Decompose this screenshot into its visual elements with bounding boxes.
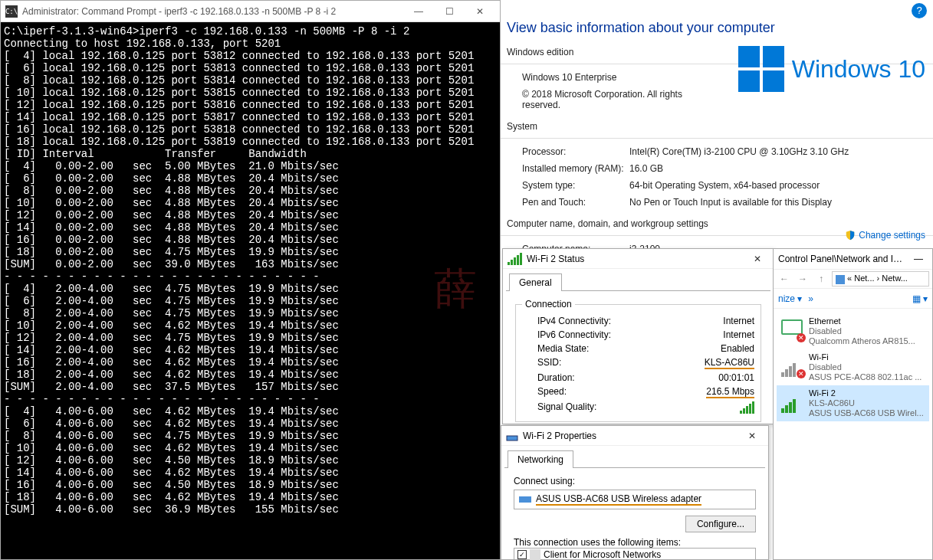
signal-icon: [508, 253, 522, 265]
ram-value: 16.0 GB: [629, 163, 933, 174]
help-icon[interactable]: ?: [912, 3, 927, 18]
adapter-icon: [519, 495, 531, 504]
windows10-text: Windows 10: [792, 55, 925, 84]
view-icon[interactable]: ▦ ▾: [912, 293, 928, 304]
pentouch-value: No Pen or Touch Input is available for t…: [629, 197, 933, 208]
speed-value: 216.5 Mbps: [706, 386, 754, 398]
cmd-icon: C:\: [5, 5, 18, 18]
speed-label: Speed:: [537, 386, 567, 398]
svg-rect-0: [507, 436, 517, 440]
shield-icon: [845, 230, 856, 241]
connect-using-label: Connect using:: [514, 476, 756, 486]
network-item-wifi2[interactable]: Wi-Fi 2 KLS-AC86U ASUS USB-AC68 USB Wire…: [777, 385, 929, 421]
wifi-status-title: Wi-Fi 2 Status: [527, 254, 746, 264]
path-box[interactable]: « Net... › Netw...: [832, 271, 929, 286]
system-info-panel: ? View basic information about your comp…: [501, 0, 933, 253]
minimize-button[interactable]: —: [909, 254, 928, 264]
signal-quality-icon: [740, 401, 754, 414]
item-client-ms: Client for Microsoft Networks: [544, 549, 661, 560]
change-settings-link[interactable]: Change settings: [845, 230, 925, 241]
net-device: ASUS USB-AC68 USB Wirel...: [809, 408, 924, 418]
cmd-titlebar[interactable]: C:\ Administrator: Command Prompt - iper…: [1, 1, 500, 22]
media-label: Media State:: [537, 343, 589, 354]
items-label: This connection uses the following items…: [514, 537, 756, 548]
wifi-icon: ✕: [780, 352, 804, 377]
network-item-ethernet[interactable]: ✕ Ethernet Disabled Qualcomm Atheros AR8…: [777, 313, 929, 349]
back-button[interactable]: ←: [777, 273, 792, 284]
explorer-toolbar[interactable]: nize ▾ » ▦ ▾: [774, 289, 932, 309]
net-status: KLS-AC86U: [809, 398, 924, 408]
pentouch-label: Pen and Touch:: [522, 197, 629, 208]
tab-general[interactable]: General: [509, 273, 562, 291]
ipv6-value: Internet: [723, 329, 754, 340]
net-device: Qualcomm Atheros AR815...: [809, 336, 915, 346]
net-name: Wi-Fi: [809, 352, 922, 362]
net-name: Wi-Fi 2: [809, 388, 924, 398]
watermark: 薛: [434, 283, 477, 295]
system-heading: View basic information about your comput…: [501, 0, 933, 47]
close-button[interactable]: ✕: [465, 2, 495, 21]
svg-rect-2: [530, 549, 540, 560]
explorer-title: Control Panel\Network and I…: [778, 254, 909, 264]
wifi-icon: [780, 388, 804, 413]
tab-networking[interactable]: Networking: [508, 450, 573, 468]
signal-label: Signal Quality:: [537, 401, 596, 414]
wifi-properties-dialog: Wi-Fi 2 Properties ✕ Networking Connect …: [501, 425, 769, 560]
network-list: ✕ Ethernet Disabled Qualcomm Atheros AR8…: [774, 309, 932, 426]
connection-legend: Connection: [522, 299, 575, 309]
connection-group: Connection IPv4 Connectivity:Internet IP…: [515, 299, 761, 422]
connection-items-list[interactable]: ✓ Client for Microsoft Networks: [514, 548, 756, 560]
media-value: Enabled: [721, 343, 754, 354]
command-prompt-window: C:\ Administrator: Command Prompt - iper…: [0, 0, 501, 560]
client-icon: [530, 549, 540, 560]
windows-logo: Windows 10: [738, 46, 925, 92]
up-button[interactable]: ↑: [813, 273, 829, 284]
ssid-value: KLS-AC86U: [705, 357, 754, 369]
windows-edition: Windows 10 Enterprise: [522, 72, 616, 83]
svg-rect-3: [836, 275, 845, 284]
network-item-wifi[interactable]: ✕ Wi-Fi Disabled ASUS PCE-AC88 802.11ac …: [777, 349, 929, 385]
copyright-text: © 2018 Microsoft Corporation. All rights…: [522, 89, 698, 110]
organize-menu[interactable]: nize ▾: [778, 293, 802, 304]
wifi-props-title: Wi-Fi 2 Properties: [523, 431, 741, 441]
systype-label: System type:: [522, 180, 629, 191]
cmd-output[interactable]: C:\iperf-3.1.3-win64>iperf3 -c 192.168.0…: [1, 22, 500, 559]
wifi-status-dialog: Wi-Fi 2 Status ✕ General Connection IPv4…: [502, 248, 774, 424]
ethernet-icon: ✕: [780, 316, 804, 341]
close-icon[interactable]: ✕: [746, 254, 769, 264]
ipv4-label: IPv4 Connectivity:: [537, 316, 611, 326]
ipv4-value: Internet: [723, 316, 754, 326]
duration-label: Duration:: [537, 372, 575, 383]
wifi-status-titlebar[interactable]: Wi-Fi 2 Status ✕: [503, 249, 774, 269]
close-icon[interactable]: ✕: [741, 431, 764, 441]
svg-rect-1: [519, 496, 531, 503]
ipv6-label: IPv6 Connectivity:: [537, 329, 611, 340]
net-status: Disabled: [809, 326, 915, 336]
net-status: Disabled: [809, 362, 922, 372]
net-device: ASUS PCE-AC88 802.11ac ...: [809, 372, 922, 382]
network-icon: [506, 430, 518, 442]
explorer-titlebar[interactable]: Control Panel\Network and I… —: [774, 249, 932, 269]
net-name: Ethernet: [809, 316, 915, 326]
adapter-name: ASUS USB-AC68 USB Wireless adapter: [536, 493, 701, 506]
ram-label: Installed memory (RAM):: [522, 163, 629, 174]
ssid-label: SSID:: [537, 357, 561, 369]
wifi-props-titlebar[interactable]: Wi-Fi 2 Properties ✕: [501, 426, 768, 446]
system-section-title: System: [501, 121, 933, 136]
processor-value: Intel(R) Core(TM) i3-2100 CPU @ 3.10GHz …: [629, 146, 933, 157]
cmd-title: Administrator: Command Prompt - iperf3 -…: [22, 6, 403, 17]
systype-value: 64-bit Operating System, x64-based proce…: [629, 180, 933, 191]
configure-button[interactable]: Configure...: [685, 516, 756, 532]
more-chevron[interactable]: »: [808, 293, 813, 304]
duration-value: 00:01:01: [718, 372, 754, 383]
minimize-button[interactable]: —: [403, 2, 434, 21]
checkbox-icon[interactable]: ✓: [517, 550, 527, 559]
network-connections-window: Control Panel\Network and I… — ← → ↑ « N…: [773, 248, 933, 560]
maximize-button[interactable]: ☐: [434, 2, 465, 21]
processor-label: Processor:: [522, 146, 629, 157]
adapter-box[interactable]: ASUS USB-AC68 USB Wireless adapter: [514, 490, 756, 509]
explorer-addressbar[interactable]: ← → ↑ « Net... › Netw...: [774, 269, 932, 289]
forward-button[interactable]: →: [795, 273, 810, 284]
